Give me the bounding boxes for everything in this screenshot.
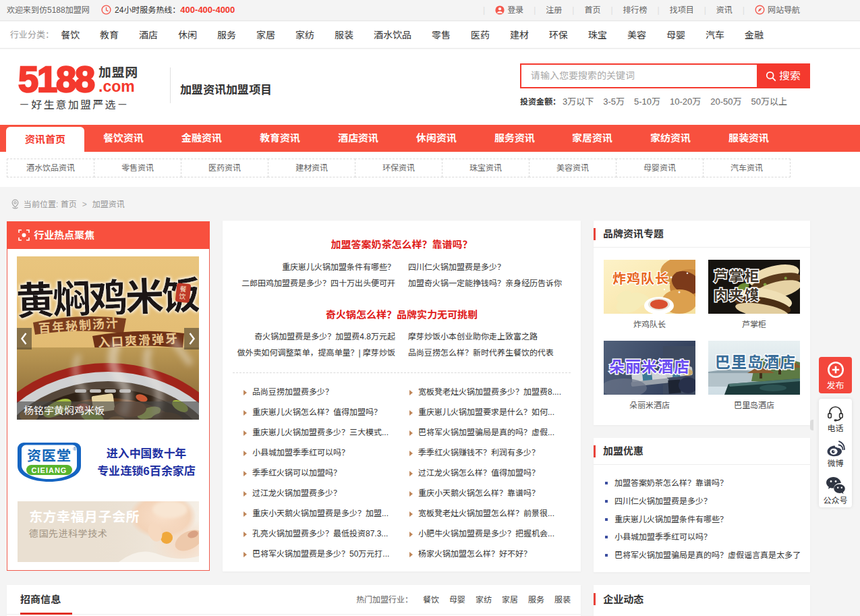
svg-text:黄焖鸡米饭: 黄焖鸡米饭 — [17, 273, 199, 323]
svg-text:芦掌柜: 芦掌柜 — [714, 269, 760, 284]
svg-text:朵丽米酒店: 朵丽米酒店 — [609, 358, 690, 376]
svg-text:东方幸福月子会所: 东方幸福月子会所 — [29, 509, 140, 524]
svg-text:杨铭宇黄焖鸡米饭: 杨铭宇黄焖鸡米饭 — [24, 405, 105, 416]
svg-text:进入中国数十年: 进入中国数十年 — [107, 447, 187, 460]
svg-text:资医堂: 资医堂 — [27, 448, 71, 464]
svg-text:巴里岛酒店: 巴里岛酒店 — [715, 354, 796, 371]
svg-text:德国先进科学技术: 德国先进科学技术 — [29, 528, 107, 539]
svg-text:®: ® — [73, 446, 77, 452]
svg-text:专业连锁6百余家店: 专业连锁6百余家店 — [97, 465, 195, 478]
svg-text:炸鸡队长: 炸鸡队长 — [612, 271, 669, 286]
svg-text:CIEIANG: CIEIANG — [32, 466, 67, 474]
svg-text:肉夹馍: 肉夹馍 — [714, 287, 760, 303]
